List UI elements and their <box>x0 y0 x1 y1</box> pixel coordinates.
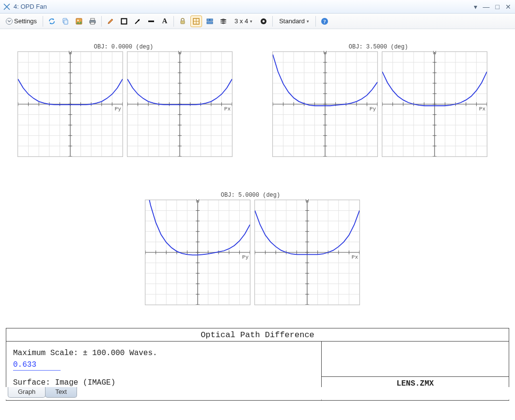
save-image-button[interactable] <box>73 16 85 27</box>
refresh-button[interactable] <box>46 16 58 27</box>
minimize-button[interactable]: — <box>483 3 490 11</box>
svg-rect-16 <box>207 22 213 24</box>
chart-f1-py: W Py <box>272 51 378 157</box>
stack-button[interactable] <box>218 16 229 27</box>
settings-button[interactable]: Settings <box>3 16 40 27</box>
info-surface: Surface: Image (IMAGE) <box>13 378 314 387</box>
help-button[interactable]: ? <box>319 16 330 27</box>
window-layout-button[interactable] <box>204 16 216 27</box>
text-tool[interactable]: A <box>159 16 171 27</box>
chart-svg <box>382 52 487 156</box>
rectangle-tool[interactable] <box>118 16 130 27</box>
field-title-2: OBJ: 5.0000 (deg) <box>221 192 280 199</box>
window-title: 4: OPD Fan <box>14 3 474 10</box>
svg-rect-4 <box>91 18 94 20</box>
separator <box>272 16 273 27</box>
separator <box>173 16 174 27</box>
toolbar: Settings A 3 x 4 ▾ <box>0 14 515 29</box>
svg-rect-1 <box>64 20 68 24</box>
svg-rect-7 <box>121 18 126 24</box>
chart-f2-py: W Py <box>145 200 250 305</box>
separator <box>101 16 102 27</box>
chart-f1-px: W Px <box>382 51 487 157</box>
chart-svg <box>18 52 123 156</box>
svg-rect-6 <box>91 22 94 24</box>
figure: OBJ: 0.0000 (deg) OBJ: 3.5000 (deg) OBJ:… <box>3 29 512 386</box>
svg-rect-15 <box>210 19 213 21</box>
svg-point-3 <box>77 19 78 21</box>
pencil-tool[interactable] <box>105 16 116 27</box>
tab-text[interactable]: Text <box>45 387 77 398</box>
app-icon <box>3 3 11 11</box>
field-title-0: OBJ: 0.0000 (deg) <box>94 44 153 50</box>
field-title-1: OBJ: 3.5000 (deg) <box>349 44 408 50</box>
mode-dropdown[interactable]: Standard ▾ <box>276 16 312 27</box>
lock-view-button[interactable] <box>177 16 188 27</box>
info-blank <box>322 342 509 377</box>
plot-canvas: OBJ: 0.0000 (deg) OBJ: 3.5000 (deg) OBJ:… <box>0 29 515 403</box>
chart-svg <box>255 200 359 305</box>
layout-dropdown[interactable]: 3 x 4 ▾ <box>231 16 256 27</box>
separator <box>43 16 43 27</box>
target-button[interactable] <box>258 16 269 27</box>
chart-svg <box>127 52 232 156</box>
maximize-button[interactable]: □ <box>496 3 499 11</box>
chart-svg <box>145 200 250 305</box>
caret-down-icon: ▾ <box>250 19 252 24</box>
caret-down-icon: ▾ <box>307 19 309 24</box>
print-button[interactable] <box>87 16 98 27</box>
mode-label: Standard <box>279 17 305 25</box>
chart-svg <box>273 52 377 156</box>
separator <box>315 16 316 27</box>
svg-rect-10 <box>181 21 185 24</box>
chart-f0-py: W Py <box>17 51 123 157</box>
info-wavelength[interactable]: 0.633 <box>13 359 61 371</box>
view-tabs: Graph Text <box>0 387 515 400</box>
grid-toggle-button[interactable] <box>190 16 202 27</box>
settings-label: Settings <box>14 17 37 25</box>
layout-label: 3 x 4 <box>234 17 248 25</box>
svg-text:?: ? <box>323 18 326 24</box>
svg-point-18 <box>263 20 265 22</box>
chart-f0-px: W Px <box>127 51 233 157</box>
close-button[interactable]: ✕ <box>505 3 511 11</box>
chevron-down-icon <box>6 18 13 25</box>
info-title: Optical Path Difference <box>6 328 509 342</box>
info-max-scale: Maximum Scale: ± 100.000 Waves. <box>13 349 314 358</box>
tab-graph[interactable]: Graph <box>8 387 46 398</box>
chart-f2-px: W Px <box>254 200 360 305</box>
title-bar: 4: OPD Fan ▾ — □ ✕ <box>0 0 515 14</box>
copy-button[interactable] <box>60 16 71 27</box>
line-tool[interactable] <box>145 16 157 27</box>
dropdown-icon[interactable]: ▾ <box>474 3 477 11</box>
arrow-tool[interactable] <box>132 16 143 27</box>
svg-rect-14 <box>207 19 210 21</box>
